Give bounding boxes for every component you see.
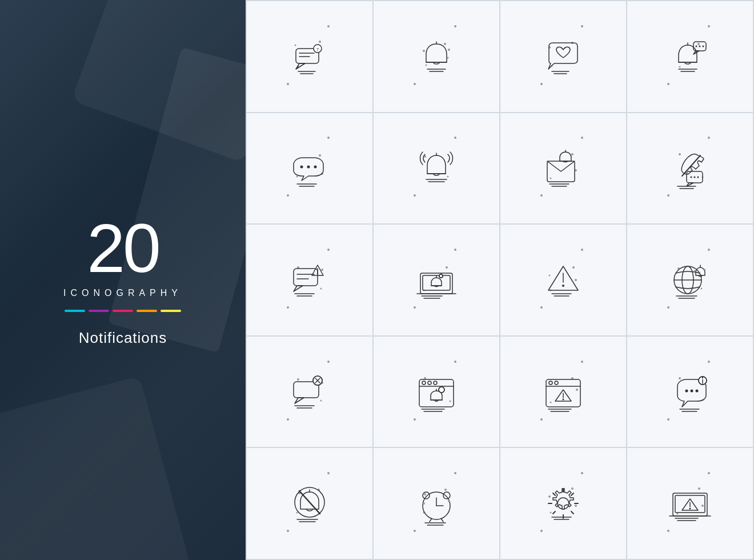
svg-point-61: [691, 177, 692, 178]
svg-line-172: [430, 518, 432, 522]
icon-cell-16: [627, 337, 753, 447]
svg-point-0: [319, 41, 321, 43]
chat-info-icon: [667, 369, 713, 415]
icon-cell-5: [247, 113, 372, 224]
svg-point-41: [314, 166, 317, 169]
svg-marker-73: [294, 286, 303, 291]
svg-point-145: [679, 377, 681, 379]
color-bars: [63, 310, 182, 312]
svg-point-100: [701, 287, 703, 289]
svg-marker-64: [687, 183, 693, 186]
icon-cell-1: 7: [247, 1, 372, 112]
svg-point-2: [295, 44, 296, 46]
speech-bubbles-icon: [287, 145, 332, 191]
color-bar-purple: [89, 310, 109, 312]
svg-point-142: [563, 398, 564, 400]
svg-point-13: [423, 50, 425, 52]
svg-point-170: [423, 492, 430, 499]
icon-cell-8: [627, 113, 753, 224]
category-title: Notifications: [63, 329, 182, 347]
svg-point-178: [571, 487, 573, 490]
muted-notification-icon: [287, 481, 332, 526]
svg-point-69: [321, 269, 323, 271]
svg-point-37: [296, 176, 298, 178]
icon-cell-14: [374, 337, 499, 447]
svg-line-160: [299, 491, 320, 514]
bell-notification-icon: [414, 34, 459, 79]
svg-point-138: [549, 381, 552, 385]
svg-point-134: [550, 401, 552, 403]
svg-point-93: [549, 274, 551, 276]
icon-cell-12: [627, 225, 753, 335]
color-bar-orange: [137, 310, 157, 312]
phone-chat-icon: [667, 145, 713, 191]
svg-line-59: [682, 155, 700, 176]
svg-point-12: [426, 64, 427, 66]
svg-point-105: [704, 269, 706, 270]
svg-point-181: [548, 495, 551, 498]
svg-text:7: 7: [316, 47, 319, 52]
icon-cell-3: [500, 1, 626, 112]
svg-point-174: [448, 500, 450, 502]
svg-point-76: [317, 273, 318, 274]
chat-notification-icon: 7: [287, 34, 332, 79]
icon-cell-7: [500, 113, 626, 224]
icon-cell-18: [374, 448, 499, 559]
icon-cell-6: [374, 113, 499, 224]
bell-ringing-icon: [414, 145, 459, 191]
svg-point-36: [319, 154, 321, 157]
svg-point-171: [443, 492, 450, 499]
svg-point-157: [296, 512, 298, 514]
svg-point-92: [575, 279, 577, 281]
laptop-bell-icon: [414, 257, 459, 303]
svg-point-51: [550, 178, 552, 179]
svg-point-147: [685, 389, 688, 392]
icons-grid: 7: [246, 0, 754, 560]
svg-point-186: [677, 513, 679, 515]
svg-point-124: [422, 381, 426, 385]
svg-point-63: [697, 177, 699, 178]
icon-cell-11: [500, 225, 626, 335]
svg-point-121: [450, 400, 451, 402]
svg-point-30: [696, 45, 697, 47]
color-bar-cyan: [65, 310, 85, 312]
browser-bell-icon: [414, 369, 459, 415]
svg-point-153: [702, 377, 703, 378]
chat-warning-icon: [287, 257, 332, 303]
svg-point-193: [689, 508, 691, 510]
heart-chat-icon: [540, 34, 586, 79]
icon-cell-15: [500, 337, 626, 447]
icon-cell-10: [374, 225, 499, 335]
color-bar-yellow: [161, 310, 181, 312]
svg-point-90: [572, 266, 575, 269]
chat-close-icon: [287, 369, 332, 415]
svg-point-16: [448, 49, 450, 51]
svg-point-187: [701, 505, 704, 507]
svg-point-179: [550, 512, 552, 514]
svg-point-26: [679, 66, 681, 67]
svg-point-50: [571, 153, 573, 155]
svg-marker-113: [295, 398, 304, 403]
svg-point-125: [428, 381, 431, 385]
svg-point-17: [447, 57, 449, 58]
warning-triangle-icon: [540, 257, 586, 303]
svg-point-185: [698, 487, 700, 490]
settings-gear-icon: [540, 481, 586, 526]
svg-point-175: [423, 502, 425, 505]
svg-point-106: [694, 270, 696, 271]
color-bar-pink: [113, 310, 133, 312]
icon-cell-19: [500, 448, 626, 559]
svg-point-39: [300, 166, 303, 169]
svg-point-148: [691, 389, 693, 392]
laptop-warning-icon: [667, 481, 713, 526]
icon-cell-9: [247, 225, 372, 335]
svg-point-110: [320, 399, 322, 401]
svg-point-135: [576, 389, 578, 391]
icon-cell-2: [374, 1, 499, 112]
svg-point-126: [434, 381, 437, 385]
globe-notification-icon: [667, 257, 713, 303]
svg-point-79: [446, 266, 448, 269]
icon-cell-17: [247, 448, 372, 559]
svg-point-45: [447, 176, 449, 178]
svg-point-68: [320, 287, 322, 289]
